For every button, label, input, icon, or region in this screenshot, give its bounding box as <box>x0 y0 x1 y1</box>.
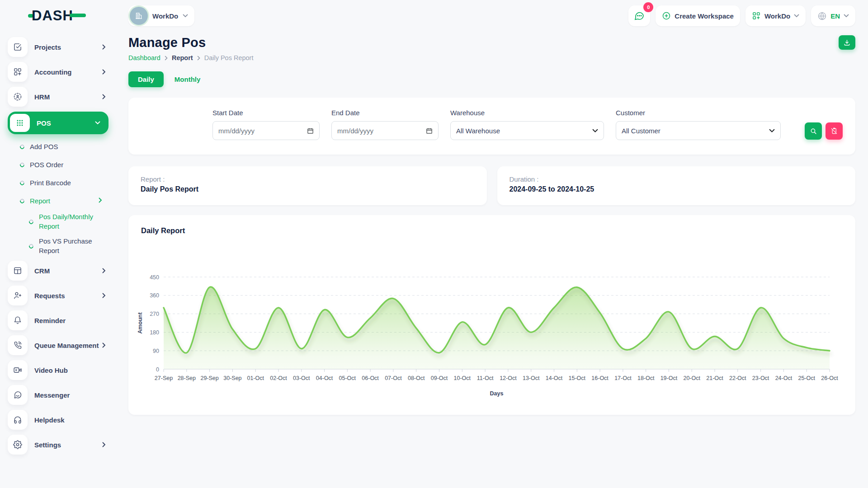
report-value: Daily Pos Report <box>141 185 475 193</box>
sidebar-item-report[interactable]: Report <box>8 194 108 207</box>
bullet-donut-icon <box>28 243 34 249</box>
sidebar-item-pos-vs-purchase-report[interactable]: Pos VS Purchase Report <box>8 236 108 255</box>
svg-text:20-Oct: 20-Oct <box>683 375 700 381</box>
chevron-right-icon <box>99 197 102 203</box>
language-code: EN <box>830 12 840 20</box>
bullet-donut-icon <box>19 144 25 150</box>
chevron-down-icon <box>769 129 775 133</box>
svg-text:180: 180 <box>150 329 159 336</box>
svg-text:29-Sep: 29-Sep <box>200 375 218 381</box>
check-square-icon <box>13 42 22 52</box>
workspace-switcher[interactable]: WorkDo <box>128 5 194 26</box>
svg-text:0: 0 <box>156 366 159 373</box>
building-icon <box>134 11 144 21</box>
breadcrumb-dashboard[interactable]: Dashboard <box>128 54 160 61</box>
svg-text:12-Oct: 12-Oct <box>500 375 517 381</box>
breadcrumb-report[interactable]: Report <box>172 54 193 61</box>
sidebar-item-pos[interactable]: POS <box>8 112 108 134</box>
daily-report-card: Daily Report 09018027036045027-Sep28-Sep… <box>128 215 855 415</box>
topbar-actions: 0 Create Workspace WorkDo EN <box>628 5 855 26</box>
message-circle-icon <box>13 390 22 399</box>
create-workspace-button[interactable]: Create Workspace <box>656 5 740 26</box>
sidebar-item-settings[interactable]: Settings <box>8 435 108 455</box>
workspace-name: WorkDo <box>152 12 178 20</box>
warehouse-select[interactable]: All Warehouse <box>450 121 604 140</box>
chevron-right-icon <box>102 44 106 50</box>
bell-icon <box>13 316 22 325</box>
sidebar-item-helpdesk[interactable]: Helpdesk <box>8 410 108 430</box>
svg-text:Amount: Amount <box>137 312 143 334</box>
bullet-donut-icon <box>19 198 25 204</box>
start-date-input[interactable]: mm/dd/yyyy <box>212 121 320 140</box>
app-logo[interactable]: DASH <box>0 0 115 32</box>
svg-text:08-Oct: 08-Oct <box>408 375 425 381</box>
topbar: WorkDo 0 Create Workspace <box>115 0 868 32</box>
chevron-right-icon <box>102 442 106 447</box>
chevron-right-icon <box>197 56 200 61</box>
messages-badge: 0 <box>643 2 653 12</box>
sidebar-nav: Projects Accounting HRM POS Add POS POS … <box>0 32 115 455</box>
sidebar-item-messenger[interactable]: Messenger <box>8 385 108 405</box>
sidebar-item-pos-order[interactable]: POS Order <box>8 158 108 171</box>
svg-text:11-Oct: 11-Oct <box>477 375 494 381</box>
svg-text:19-Oct: 19-Oct <box>660 375 678 381</box>
download-icon <box>843 39 851 47</box>
svg-text:17-Oct: 17-Oct <box>614 375 632 381</box>
svg-text:15-Oct: 15-Oct <box>569 375 586 381</box>
chevron-down-icon <box>95 121 100 125</box>
svg-text:05-Oct: 05-Oct <box>339 375 356 381</box>
dots-grid-icon <box>15 118 24 127</box>
svg-text:26-Oct: 26-Oct <box>821 375 838 381</box>
main-content: Manage Pos Dashboard Report Daily Pos Re… <box>115 32 868 415</box>
report-label: Report : <box>141 175 475 183</box>
tab-daily[interactable]: Daily <box>128 71 164 87</box>
messages-button[interactable]: 0 <box>628 5 650 26</box>
grid-plus-icon <box>752 11 761 20</box>
language-selector[interactable]: EN <box>811 5 855 26</box>
svg-text:02-Oct: 02-Oct <box>270 375 287 381</box>
sidebar-item-pos-daily-monthly-report[interactable]: Pos Daily/Monthly Report <box>8 212 108 231</box>
sidebar-item-video-hub[interactable]: Video Hub <box>8 360 108 380</box>
svg-text:28-Sep: 28-Sep <box>178 375 196 381</box>
sidebar-item-queue-management[interactable]: Queue Management <box>8 335 108 355</box>
chat-bubble-icon <box>634 10 645 21</box>
breadcrumb-current: Daily Pos Report <box>204 54 254 61</box>
daily-report-chart: 09018027036045027-Sep28-Sep29-Sep30-Sep0… <box>136 268 841 408</box>
grid-plus-icon <box>13 67 22 76</box>
customer-select[interactable]: All Customer <box>616 121 781 140</box>
logo-accent-bar <box>70 14 86 17</box>
start-date-label: Start Date <box>212 109 320 117</box>
search-button[interactable] <box>805 122 822 140</box>
calendar-icon <box>426 127 433 134</box>
logo-text: DASH <box>32 8 73 24</box>
globe-icon <box>817 11 827 21</box>
workspace-menu-button[interactable]: WorkDo <box>745 5 806 26</box>
sidebar-item-accounting[interactable]: Accounting <box>8 62 108 82</box>
sidebar-item-projects[interactable]: Projects <box>8 37 108 57</box>
sidebar-item-print-barcode[interactable]: Print Barcode <box>8 176 108 189</box>
user-plus-icon <box>13 291 22 300</box>
bullet-donut-icon <box>28 219 34 225</box>
warehouse-label: Warehouse <box>450 109 604 117</box>
phone-call-icon <box>13 341 22 350</box>
workspace-avatar <box>130 7 148 25</box>
svg-text:07-Oct: 07-Oct <box>385 375 402 381</box>
svg-text:270: 270 <box>150 311 159 317</box>
end-date-input[interactable]: mm/dd/yyyy <box>331 121 439 140</box>
svg-text:01-Oct: 01-Oct <box>247 375 264 381</box>
download-report-button[interactable] <box>839 35 855 50</box>
video-icon <box>13 366 22 375</box>
chevron-down-icon <box>794 14 799 18</box>
headphones-icon <box>13 415 22 424</box>
sidebar-item-reminder[interactable]: Reminder <box>8 310 108 330</box>
breadcrumb: Dashboard Report Daily Pos Report <box>128 54 253 61</box>
svg-text:30-Sep: 30-Sep <box>223 375 241 381</box>
tab-monthly[interactable]: Monthly <box>168 71 207 87</box>
reset-filter-button[interactable] <box>826 122 843 140</box>
chevron-right-icon <box>102 94 106 99</box>
sidebar-item-hrm[interactable]: HRM <box>8 87 108 107</box>
area-chart-svg: 09018027036045027-Sep28-Sep29-Sep30-Sep0… <box>136 268 841 408</box>
sidebar-item-add-pos[interactable]: Add POS <box>8 140 108 153</box>
sidebar-item-crm[interactable]: CRM <box>8 261 108 281</box>
sidebar-item-requests[interactable]: Requests <box>8 286 108 305</box>
